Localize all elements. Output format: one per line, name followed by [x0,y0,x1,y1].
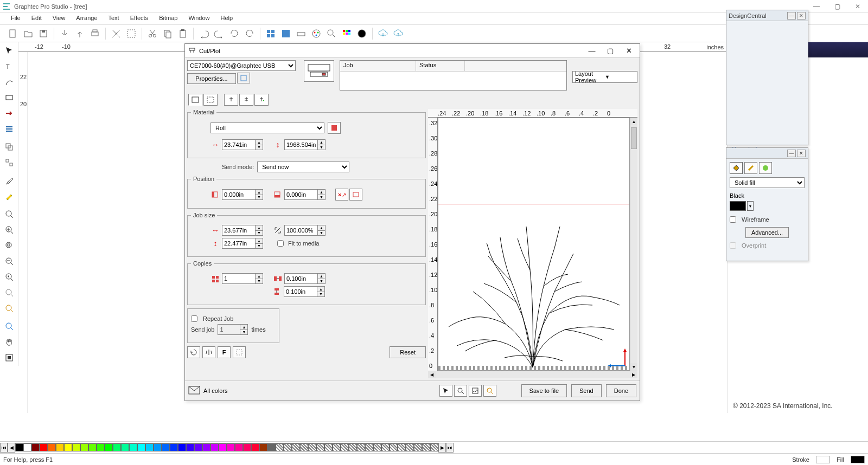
sendjob-input[interactable]: ▲▼ [218,324,248,335]
job-percent-input[interactable]: ▲▼ [284,225,326,236]
dialog-titlebar[interactable]: Cut/Plot — ▢ ✕ [185,44,640,58]
palette-first[interactable]: ⏮ [0,443,8,453]
tab-general[interactable] [188,94,202,106]
dialog-maximize[interactable]: ▢ [605,47,616,55]
weld-tool[interactable] [1,121,18,137]
palette-swatch[interactable] [178,443,186,451]
palette-pattern-swatch[interactable] [398,443,406,451]
properties-button[interactable]: Properties... [187,73,236,84]
preview-zoom-tool[interactable] [454,385,467,397]
palette-swatch[interactable] [219,443,227,451]
undo-history-button[interactable] [228,27,241,40]
menu-bitmap[interactable]: Bitmap [154,13,183,24]
dialog-minimize[interactable]: — [586,47,597,55]
gradient-tab[interactable] [759,162,772,174]
palette-swatch[interactable] [80,443,88,451]
rotate-button[interactable] [187,346,200,358]
palette-swatch[interactable] [40,443,48,451]
cloud-download-button[interactable] [376,27,390,40]
advanced-button[interactable]: Advanced... [745,227,789,238]
ungroup-tool[interactable] [1,155,18,170]
palette-pattern-swatch[interactable] [390,443,398,451]
palette-swatch[interactable] [154,443,162,451]
palette-swatch[interactable] [105,443,113,451]
menu-edit[interactable]: Edit [26,13,47,24]
redo-button[interactable] [213,27,226,40]
palette-pattern-swatch[interactable] [357,443,365,451]
palette-swatch[interactable] [145,443,154,451]
palette-swatch[interactable] [129,443,137,451]
palette-pattern-swatch[interactable] [365,443,373,451]
import-button[interactable] [58,27,71,40]
fit-to-media-checkbox[interactable] [277,240,284,247]
text-tool[interactable]: T [1,59,18,74]
select-tool[interactable] [1,43,18,58]
send-button[interactable]: Send [571,384,602,397]
fill-stroke-button[interactable] [279,27,292,40]
palette-swatch[interactable] [210,443,219,451]
menu-effects[interactable]: Effects [125,13,154,24]
tab-pin3[interactable] [254,94,269,106]
save-to-file-button[interactable]: Save to file [521,384,567,397]
border-button[interactable] [233,346,246,358]
palette-pattern-swatch[interactable] [430,443,438,451]
paste-button[interactable] [176,27,189,40]
mirror-button[interactable] [202,346,215,358]
palette-pattern-swatch[interactable] [349,443,357,451]
device-select[interactable]: CE7000-60(#0)@Graphtec USB [187,60,296,71]
device-info-button[interactable] [237,73,250,83]
palette-swatch[interactable] [137,443,145,451]
cut-button[interactable] [146,27,159,40]
mark-tool[interactable] [1,350,18,365]
group-tool[interactable] [1,139,18,154]
repeat-checkbox[interactable] [191,315,197,322]
palette-pattern-swatch[interactable] [276,443,284,451]
palette-next[interactable]: ▶ [438,443,446,453]
material-width-input[interactable]: ▲▼ [222,139,263,150]
menu-window[interactable]: Window [183,13,215,24]
palette-pattern-swatch[interactable] [422,443,430,451]
color-dropdown[interactable]: ▼ [747,201,754,211]
zoom-sel-tool[interactable] [1,285,18,300]
job-width-input[interactable]: ▲▼ [222,225,263,236]
zoom-out-tool[interactable] [1,254,18,269]
palette-last[interactable]: ⏭ [446,443,454,453]
reset-button[interactable]: Reset [390,346,426,358]
palette-pattern-swatch[interactable] [292,443,300,451]
palette-pattern-swatch[interactable] [284,443,292,451]
material-flip-button[interactable] [328,122,341,134]
menu-arrange[interactable]: Arrange [71,13,103,24]
send-mode-select[interactable]: Send now [257,162,349,172]
palette-swatch[interactable] [162,443,170,451]
rectangle-tool[interactable] [1,90,18,105]
undo-button[interactable] [197,27,210,40]
status-stroke-swatch[interactable] [816,456,830,463]
tab-pin2[interactable] [239,94,253,106]
spacing-w-input[interactable]: ▲▼ [284,273,326,284]
palette-pattern-swatch[interactable] [308,443,316,451]
color-palette-button[interactable] [310,27,323,40]
palette-swatch[interactable] [23,443,31,451]
preview-zoomfit-tool[interactable] [483,385,496,397]
zoom-prev-tool[interactable] [1,269,18,285]
bezier-tool[interactable] [1,74,18,89]
palette-swatch[interactable] [113,443,121,451]
designcentral-panel[interactable]: DesignCentral —✕ [726,10,808,145]
designcentral-button[interactable] [264,27,277,40]
palette-swatch[interactable] [267,443,276,451]
tab-pin1[interactable] [224,94,238,106]
preview-image-tool[interactable] [469,385,482,397]
redo-history-button[interactable] [243,27,256,40]
palette-swatch[interactable] [170,443,178,451]
palette-swatch[interactable] [227,443,235,451]
font-button[interactable]: F [218,346,231,358]
overprint-checkbox[interactable] [730,242,736,249]
position-x-input[interactable]: ▲▼ [222,189,263,200]
palette-pattern-swatch[interactable] [316,443,324,451]
close-button[interactable]: ✕ [847,0,868,13]
position-y-input[interactable]: ▲▼ [284,189,326,200]
pan-tool[interactable] [1,334,18,350]
palette-swatch[interactable] [235,443,243,451]
dialog-close[interactable]: ✕ [623,47,634,55]
zoom-obj-tool[interactable] [1,301,18,316]
